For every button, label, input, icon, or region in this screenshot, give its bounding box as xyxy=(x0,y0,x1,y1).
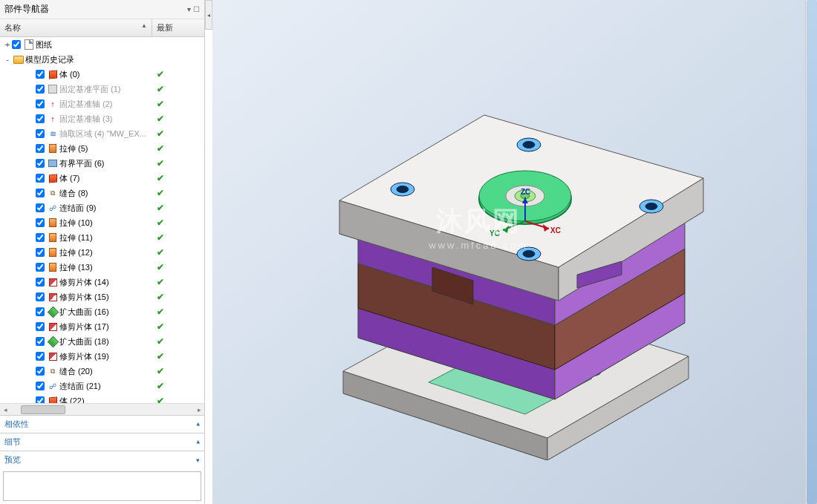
tree-row[interactable]: -模型历史记录 xyxy=(0,52,204,67)
tree-row[interactable]: 扩大曲面 (18)✔ xyxy=(0,334,204,349)
tree-body[interactable]: +图纸-模型历史记录体 (0)✔固定基准平面 (1)✔↑固定基准轴 (2)✔↑固… xyxy=(0,37,204,403)
tree-row[interactable]: 拉伸 (5)✔ xyxy=(0,141,204,156)
visibility-checkbox[interactable] xyxy=(36,174,45,183)
tree-row[interactable]: 体 (0)✔ xyxy=(0,67,204,82)
tree-row[interactable]: ⧉缝合 (20)✔ xyxy=(0,364,204,379)
node-label: 拉伸 (12) xyxy=(59,247,93,258)
check-icon: ✔ xyxy=(157,128,164,139)
expander-icon[interactable]: - xyxy=(3,55,12,65)
tree-row[interactable]: 有界平面 (6)✔ xyxy=(0,156,204,171)
tree-row[interactable]: 拉伸 (11)✔ xyxy=(0,230,204,245)
visibility-checkbox[interactable] xyxy=(36,233,45,242)
triad-z-label: ZC xyxy=(521,188,530,196)
visibility-checkbox[interactable] xyxy=(36,248,45,257)
svg-point-30 xyxy=(645,203,657,209)
tree-row[interactable]: ⧉缝合 (8)✔ xyxy=(0,186,204,200)
visibility-checkbox[interactable] xyxy=(36,396,45,403)
link-icon: ☍ xyxy=(48,381,58,391)
visibility-checkbox[interactable] xyxy=(36,307,45,316)
node-label: 连结面 (9) xyxy=(59,203,97,214)
visibility-checkbox[interactable] xyxy=(12,40,21,49)
visibility-checkbox[interactable] xyxy=(36,352,45,361)
scroll-right-icon[interactable]: ▸ xyxy=(194,406,204,413)
tree-row[interactable]: 体 (22)✔ xyxy=(0,393,204,403)
tree-row[interactable]: ↑固定基准轴 (2)✔ xyxy=(0,96,204,111)
visibility-checkbox[interactable] xyxy=(36,322,45,331)
check-icon: ✔ xyxy=(157,307,164,317)
3d-viewport[interactable]: ZC XC YC 沐风网 www.mfcad.com xyxy=(212,0,817,504)
tree-row[interactable]: 拉伸 (13)✔ xyxy=(0,260,204,275)
tree-row[interactable]: 拉伸 (10)✔ xyxy=(0,215,204,230)
viewport-vertical-scrollbar[interactable] xyxy=(805,0,817,504)
panel-menu-icon[interactable]: ▾ ☐ xyxy=(187,5,200,13)
visibility-checkbox[interactable] xyxy=(36,114,45,123)
tree-row[interactable]: ≋抽取区域 (4) "MW_EX...✔ xyxy=(0,126,204,141)
3d-model[interactable]: ZC XC YC xyxy=(273,45,733,460)
svg-point-28 xyxy=(523,250,535,257)
trim-icon xyxy=(48,321,58,332)
tree-header: 名称 ▲ 最新 xyxy=(0,19,204,37)
tree-row[interactable]: 修剪片体 (14)✔ xyxy=(0,275,204,289)
sew-icon: ⧉ xyxy=(48,366,58,376)
expander-icon[interactable]: + xyxy=(3,40,12,50)
cube-icon xyxy=(48,69,58,79)
tree-row[interactable]: 拉伸 (12)✔ xyxy=(0,245,204,260)
check-icon: ✔ xyxy=(157,321,164,332)
visibility-checkbox[interactable] xyxy=(36,70,45,79)
tree-row[interactable]: ☍连结面 (21)✔ xyxy=(0,379,204,393)
visibility-checkbox[interactable] xyxy=(36,292,45,301)
visibility-checkbox[interactable] xyxy=(36,189,45,197)
node-label: 体 (22) xyxy=(59,396,85,404)
extrude-icon xyxy=(48,247,58,258)
visibility-checkbox[interactable] xyxy=(36,382,45,390)
visibility-checkbox[interactable] xyxy=(36,85,45,94)
tree-row[interactable]: 体 (7)✔ xyxy=(0,171,204,186)
folder-icon xyxy=(13,54,24,65)
check-icon: ✔ xyxy=(157,277,164,287)
node-label: 连结面 (21) xyxy=(59,381,101,392)
node-label: 修剪片体 (17) xyxy=(59,321,109,333)
sidebar-collapse-handle[interactable]: ◂ xyxy=(205,0,212,30)
visibility-checkbox[interactable] xyxy=(36,278,45,287)
horizontal-scrollbar[interactable]: ◂ ▸ xyxy=(0,403,204,415)
tree-row[interactable]: +图纸 xyxy=(0,37,204,52)
visibility-checkbox[interactable] xyxy=(36,367,45,376)
tree-row[interactable]: ↑固定基准轴 (3)✔ xyxy=(0,111,204,126)
scroll-thumb[interactable] xyxy=(807,0,817,504)
tree-row[interactable]: 扩大曲面 (16)✔ xyxy=(0,304,204,319)
node-label: 模型历史记录 xyxy=(25,54,74,65)
visibility-checkbox[interactable] xyxy=(36,218,45,227)
check-icon: ✔ xyxy=(157,232,164,243)
sheet-icon xyxy=(24,39,34,50)
sort-icon[interactable]: ▲ xyxy=(141,22,147,29)
visibility-checkbox[interactable] xyxy=(36,129,45,138)
tree-row[interactable]: ☍连结面 (9)✔ xyxy=(0,200,204,215)
section-preview[interactable]: 预览 ▾ xyxy=(0,451,204,468)
visibility-checkbox[interactable] xyxy=(36,337,45,346)
extrude-icon xyxy=(48,217,58,228)
scroll-thumb[interactable] xyxy=(21,405,65,414)
visibility-checkbox[interactable] xyxy=(36,263,45,272)
visibility-checkbox[interactable] xyxy=(36,99,45,108)
visibility-checkbox[interactable] xyxy=(36,144,45,153)
tree-row[interactable]: 修剪片体 (19)✔ xyxy=(0,349,204,364)
section-dependency[interactable]: 相依性 ▾ xyxy=(0,415,204,433)
visibility-checkbox[interactable] xyxy=(36,159,45,168)
column-latest[interactable]: 最新 xyxy=(152,19,204,36)
axis-icon: ↑ xyxy=(48,114,58,124)
scroll-left-icon[interactable]: ◂ xyxy=(0,406,10,413)
column-name[interactable]: 名称 ▲ xyxy=(0,19,152,36)
link-icon: ☍ xyxy=(48,203,58,213)
svg-point-26 xyxy=(523,141,535,148)
tree-row[interactable]: 修剪片体 (17)✔ xyxy=(0,319,204,334)
node-label: 体 (7) xyxy=(59,173,80,184)
section-details[interactable]: 细节 ▾ xyxy=(0,433,204,451)
node-label: 拉伸 (13) xyxy=(59,262,93,273)
visibility-checkbox[interactable] xyxy=(36,203,45,212)
check-icon: ✔ xyxy=(157,143,164,154)
tree-row[interactable]: 修剪片体 (15)✔ xyxy=(0,289,204,304)
node-label: 修剪片体 (14) xyxy=(59,277,109,288)
cube-icon xyxy=(48,173,58,183)
tree-row[interactable]: 固定基准平面 (1)✔ xyxy=(0,82,204,96)
scale-icon xyxy=(48,307,58,317)
